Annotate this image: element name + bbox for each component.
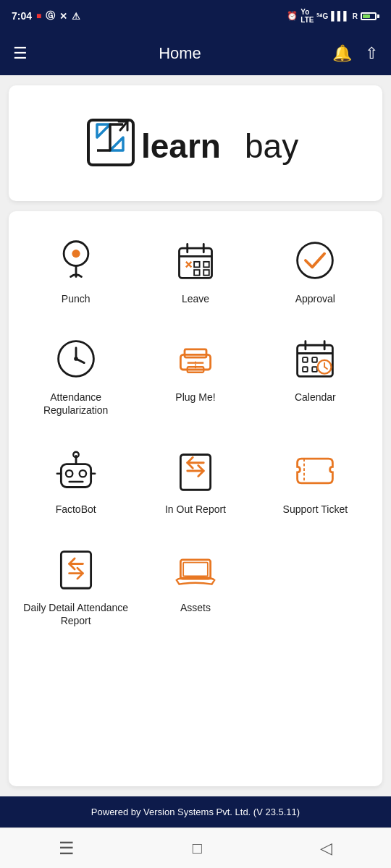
punch-label: Punch xyxy=(62,292,91,305)
grid-item-leave[interactable]: Leave xyxy=(135,226,255,317)
calendar-icon xyxy=(292,336,338,382)
svg-rect-13 xyxy=(203,262,209,268)
main-card: Punch Leave xyxy=(9,211,382,786)
svg-rect-31 xyxy=(313,357,318,362)
plug-me-label: Plug Me! xyxy=(175,391,215,404)
status-icon-x: ✕ xyxy=(59,11,67,22)
svg-rect-15 xyxy=(203,270,209,276)
attendance-regularization-label: Attendance Regularization xyxy=(22,391,130,417)
leave-icon xyxy=(172,237,219,284)
svg-rect-12 xyxy=(194,262,200,268)
svg-point-20 xyxy=(74,357,78,361)
svg-rect-49 xyxy=(61,551,91,588)
svg-rect-6 xyxy=(179,248,211,278)
grid-item-calendar[interactable]: Calendar xyxy=(256,324,375,428)
grid-item-support-ticket[interactable]: Support Ticket xyxy=(256,436,375,527)
calendar-label: Calendar xyxy=(295,391,336,404)
grid-item-in-out-report[interactable]: In Out Report xyxy=(135,436,255,527)
logo: learn bay xyxy=(87,114,304,172)
grid-item-assets[interactable]: Assets xyxy=(135,535,255,639)
approval-label: Approval xyxy=(295,292,335,305)
svg-text:learn: learn xyxy=(141,127,221,165)
punch-icon xyxy=(53,237,99,284)
svg-point-38 xyxy=(66,470,72,477)
svg-text:bay: bay xyxy=(245,127,298,165)
in-out-report-label: In Out Report xyxy=(165,503,226,516)
bottom-menu-icon[interactable]: ☰ xyxy=(59,838,75,859)
factobot-label: FactoBot xyxy=(56,503,96,516)
daily-detail-label: Daily Detail Attendance Report xyxy=(22,601,130,627)
svg-rect-30 xyxy=(303,357,308,362)
battery-indicator xyxy=(361,12,379,20)
svg-rect-14 xyxy=(194,270,200,276)
support-ticket-icon xyxy=(292,448,338,494)
bottom-home-icon[interactable]: □ xyxy=(193,839,202,858)
status-right: ⏰ YoLTE ⁵⁴G ▌▌▌ R xyxy=(287,8,379,24)
alarm-icon: ⏰ xyxy=(287,11,298,21)
footer: Powered by Version Systems Pvt. Ltd. (V … xyxy=(0,796,391,827)
grid-item-plug-me[interactable]: Plug Me! xyxy=(135,324,255,428)
assets-label: Assets xyxy=(180,601,211,614)
grid-item-daily-detail[interactable]: Daily Detail Attendance Report xyxy=(16,535,135,639)
network-yo: YoLTE xyxy=(300,8,314,24)
svg-rect-45 xyxy=(180,454,210,490)
attendance-regularization-icon xyxy=(53,336,99,382)
grid-item-factobot[interactable]: FactoBot xyxy=(16,436,135,527)
leave-label: Leave xyxy=(182,292,209,305)
grid-item-approval[interactable]: Approval xyxy=(256,226,375,317)
svg-point-16 xyxy=(298,243,333,278)
svg-rect-32 xyxy=(303,367,308,372)
app-header: ☰ Home 🔔 ⇧ xyxy=(0,32,391,75)
svg-point-39 xyxy=(79,470,85,477)
grid-item-punch[interactable]: Punch xyxy=(16,226,135,317)
share-icon[interactable]: ⇧ xyxy=(365,44,378,63)
header-title: Home xyxy=(159,44,201,63)
status-icon-red: ■ xyxy=(36,11,41,21)
svg-point-5 xyxy=(72,250,80,258)
footer-text: Powered by Version Systems Pvt. Ltd. (V … xyxy=(91,807,300,817)
svg-point-42 xyxy=(73,451,79,457)
status-bar: 7:04 ■ Ⓖ ✕ ⚠ ⏰ YoLTE ⁵⁴G ▌▌▌ R xyxy=(0,0,391,32)
learnbay-logo-svg: learn bay xyxy=(87,114,304,172)
header-icons: 🔔 ⇧ xyxy=(332,44,378,63)
svg-rect-53 xyxy=(183,562,208,576)
factobot-icon xyxy=(53,448,99,494)
signal-r: R xyxy=(353,12,358,20)
bottom-back-icon[interactable]: ◁ xyxy=(320,839,332,858)
assets-icon xyxy=(172,546,219,592)
svg-rect-22 xyxy=(185,349,206,357)
logo-card: learn bay xyxy=(9,85,382,201)
plug-me-icon xyxy=(172,336,219,382)
svg-rect-33 xyxy=(313,367,318,372)
bottom-nav: ☰ □ ◁ xyxy=(0,827,391,868)
signal-bars: ▌▌▌ xyxy=(331,11,350,21)
status-left: 7:04 ■ Ⓖ ✕ ⚠ xyxy=(12,9,80,22)
status-icon-warn: ⚠ xyxy=(72,11,80,22)
status-time: 7:04 xyxy=(12,10,32,22)
approval-icon xyxy=(292,237,338,284)
notification-icon[interactable]: 🔔 xyxy=(332,44,352,63)
network-4g: ⁵⁴G xyxy=(316,12,328,20)
support-ticket-label: Support Ticket xyxy=(283,503,348,516)
status-icon-g: Ⓖ xyxy=(46,9,55,22)
menu-grid: Punch Leave xyxy=(16,226,375,639)
menu-icon[interactable]: ☰ xyxy=(13,44,28,63)
in-out-report-icon xyxy=(172,448,219,494)
grid-item-attendance-regularization[interactable]: Attendance Regularization xyxy=(16,324,135,428)
daily-detail-icon xyxy=(53,546,99,592)
